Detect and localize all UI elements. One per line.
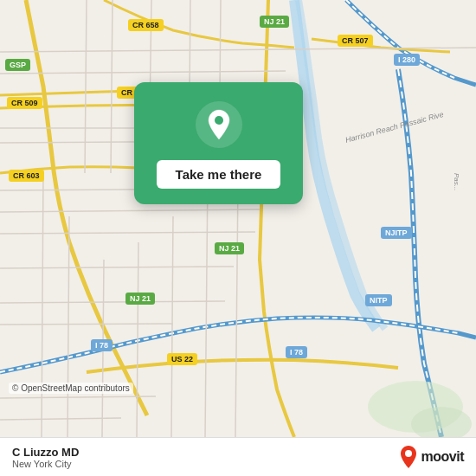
road-label-njitp1: NJITP <box>381 227 412 239</box>
road-label-cr603: CR 603 <box>9 170 44 182</box>
road-label-i78-left: I 78 <box>91 339 113 351</box>
road-label-cr658: CR 658 <box>128 19 164 31</box>
moovit-logo: moovit <box>399 445 464 469</box>
location-pin-icon <box>196 101 242 148</box>
bottom-bar: C Liuzzo MD New York City moovit <box>0 437 476 476</box>
road-label-cr509: CR 509 <box>7 97 42 109</box>
location-name: C Liuzzo MD <box>12 446 79 459</box>
road-label-i280: I 280 <box>394 54 420 66</box>
road-label-nj21-top: NJ 21 <box>260 16 289 28</box>
road-label-nj21-mid: NJ 21 <box>215 242 244 254</box>
moovit-brand-text: moovit <box>421 449 464 465</box>
location-city: New York City <box>12 459 79 469</box>
take-me-there-button[interactable]: Take me there <box>157 160 281 189</box>
map-attribution: © OpenStreetMap contributors <box>9 383 133 394</box>
moovit-pin-icon <box>399 445 418 469</box>
map-label-pas: Pas... <box>453 173 460 190</box>
svg-point-4 <box>215 116 223 125</box>
svg-point-5 <box>405 450 412 457</box>
road-label-njitp2: NITP <box>365 294 392 306</box>
road-label-nj21-low: NJ 21 <box>125 293 155 305</box>
road-label-us22: US 22 <box>167 353 197 365</box>
road-label-cr507: CR 507 <box>338 35 373 47</box>
map-view: Harrison Reach Passaic Rive Pas... CR 65… <box>0 0 476 437</box>
location-card: Take me there <box>134 82 303 204</box>
road-label-i78-right: I 78 <box>286 346 307 358</box>
road-label-gsp: GSP <box>5 59 30 71</box>
location-info: C Liuzzo MD New York City <box>12 446 79 469</box>
